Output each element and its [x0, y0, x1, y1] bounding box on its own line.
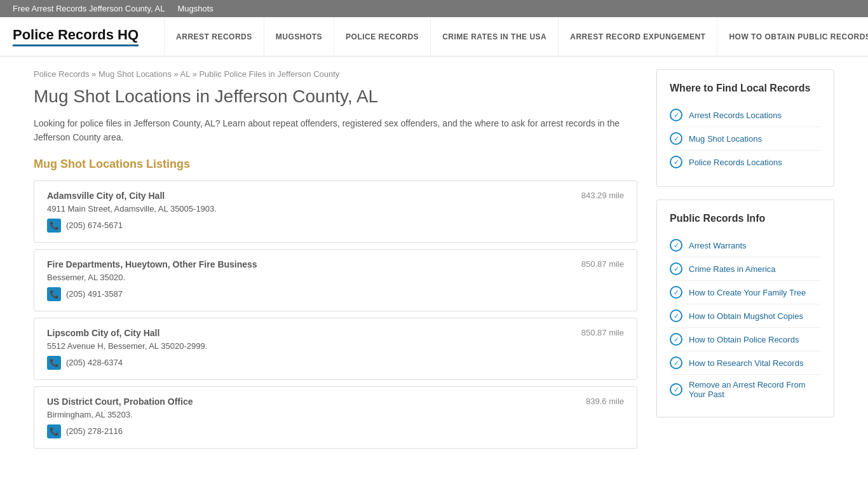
phone-icon: 📞	[47, 424, 61, 438]
sidebar-local-records-box: Where to Find Local Records ✓ Arrest Rec…	[656, 69, 834, 187]
listing-phone: 📞 (205) 278-2116	[47, 424, 624, 438]
listing-card: Adamsville City of, City Hall 843.29 mil…	[34, 180, 637, 243]
listing-address: 4911 Main Street, Adamsville, AL 35005-1…	[47, 204, 624, 214]
listings-container: Adamsville City of, City Hall 843.29 mil…	[34, 180, 637, 449]
listing-card: Lipscomb City of, City Hall 850.87 mile …	[34, 318, 637, 380]
sidebar-link-mug-shot-locations[interactable]: ✓ Mug Shot Locations	[670, 127, 821, 151]
sidebar-link-police-records-locations[interactable]: ✓ Police Records Locations	[670, 151, 821, 173]
sidebar-link-vital-records[interactable]: ✓ How to Research Vital Records	[670, 351, 821, 375]
sidebar-link-family-tree[interactable]: ✓ How to Create Your Family Tree	[670, 281, 821, 304]
main-container: Police Records » Mug Shot Locations » AL…	[21, 57, 847, 468]
phone-icon: 📞	[47, 356, 61, 370]
sidebar-link-arrest-warrants[interactable]: ✓ Arrest Warrants	[670, 234, 821, 257]
header: Police Records HQ ARREST RECORDS MUGSHOT…	[0, 17, 868, 57]
listing-phone: 📞 (205) 428-6374	[47, 356, 624, 370]
sidebar-link-remove-arrest-record[interactable]: ✓ Remove an Arrest Record From Your Past	[670, 375, 821, 404]
listing-name: US District Court, Probation Office	[47, 396, 193, 407]
check-icon: ✓	[670, 383, 682, 396]
listing-distance: 850.87 mile	[581, 259, 624, 269]
nav-crime-rates[interactable]: CRIME RATES IN THE USA	[431, 17, 559, 56]
check-icon: ✓	[670, 239, 682, 252]
logo[interactable]: Police Records HQ	[13, 17, 151, 56]
listing-distance: 843.29 mile	[581, 191, 624, 200]
topbar-link-arrest-records[interactable]: Free Arrest Records Jefferson County, AL	[13, 4, 165, 13]
check-icon: ✓	[670, 309, 682, 322]
breadcrumb-current: Public Police Files in Jefferson County	[199, 69, 339, 79]
listing-address: Birmingham, AL 35203.	[47, 410, 624, 419]
sidebar-link-crime-rates[interactable]: ✓ Crime Rates in America	[670, 257, 821, 281]
phone-icon: 📞	[47, 287, 61, 301]
page-description: Looking for police files in Jefferson Co…	[34, 116, 637, 145]
check-icon: ✓	[670, 262, 682, 275]
sidebar-link-arrest-records-locations[interactable]: ✓ Arrest Records Locations	[670, 104, 821, 127]
listing-phone: 📞 (205) 674-5671	[47, 219, 624, 233]
top-bar: Free Arrest Records Jefferson County, AL…	[0, 0, 868, 17]
phone-icon: 📞	[47, 219, 61, 233]
nav-arrest-records[interactable]: ARREST RECORDS	[164, 17, 264, 56]
sidebar-local-records-title: Where to Find Local Records	[670, 83, 821, 94]
breadcrumb-al[interactable]: AL	[180, 69, 190, 79]
listing-address: Bessemer, AL 35020.	[47, 273, 624, 282]
nav-mugshots[interactable]: MUGSHOTS	[264, 17, 334, 56]
nav-public-records[interactable]: HOW TO OBTAIN PUBLIC RECORDS	[717, 17, 868, 56]
sidebar-link-mugshot-copies[interactable]: ✓ How to Obtain Mugshot Copies	[670, 304, 821, 328]
section-heading: Mug Shot Locations Listings	[34, 158, 637, 171]
sidebar: Where to Find Local Records ✓ Arrest Rec…	[656, 69, 834, 455]
sidebar-link-police-records[interactable]: ✓ How to Obtain Police Records	[670, 328, 821, 351]
listing-name: Fire Departments, Hueytown, Other Fire B…	[47, 259, 257, 269]
listing-phone: 📞 (205) 491-3587	[47, 287, 624, 301]
main-nav: ARREST RECORDS MUGSHOTS POLICE RECORDS C…	[164, 17, 868, 56]
listing-distance: 850.87 mile	[581, 328, 624, 337]
topbar-link-mugshots[interactable]: Mugshots	[177, 4, 213, 13]
listing-card: US District Court, Probation Office 839.…	[34, 386, 637, 449]
breadcrumb-mug-shot-locations[interactable]: Mug Shot Locations	[98, 69, 172, 79]
check-icon: ✓	[670, 156, 682, 168]
listing-card: Fire Departments, Hueytown, Other Fire B…	[34, 249, 637, 311]
page-title: Mug Shot Locations in Jefferson County, …	[34, 86, 637, 107]
check-icon: ✓	[670, 333, 682, 346]
content-area: Police Records » Mug Shot Locations » AL…	[34, 69, 637, 455]
breadcrumb: Police Records » Mug Shot Locations » AL…	[34, 69, 637, 79]
nav-police-records[interactable]: POLICE RECORDS	[334, 17, 431, 56]
listing-name: Adamsville City of, City Hall	[47, 191, 165, 201]
sidebar-public-records-box: Public Records Info ✓ Arrest Warrants ✓ …	[656, 200, 834, 417]
check-icon: ✓	[670, 132, 682, 145]
check-icon: ✓	[670, 356, 682, 369]
listing-distance: 839.6 mile	[586, 396, 624, 406]
check-icon: ✓	[670, 286, 682, 299]
check-icon: ✓	[670, 109, 682, 121]
logo-text: Police Records HQ	[13, 27, 139, 46]
nav-expungement[interactable]: ARREST RECORD EXPUNGEMENT	[559, 17, 717, 56]
listing-address: 5512 Avenue H, Bessemer, AL 35020-2999.	[47, 341, 624, 351]
breadcrumb-police-records[interactable]: Police Records	[34, 69, 89, 79]
listing-name: Lipscomb City of, City Hall	[47, 328, 159, 338]
sidebar-public-records-title: Public Records Info	[670, 213, 821, 224]
